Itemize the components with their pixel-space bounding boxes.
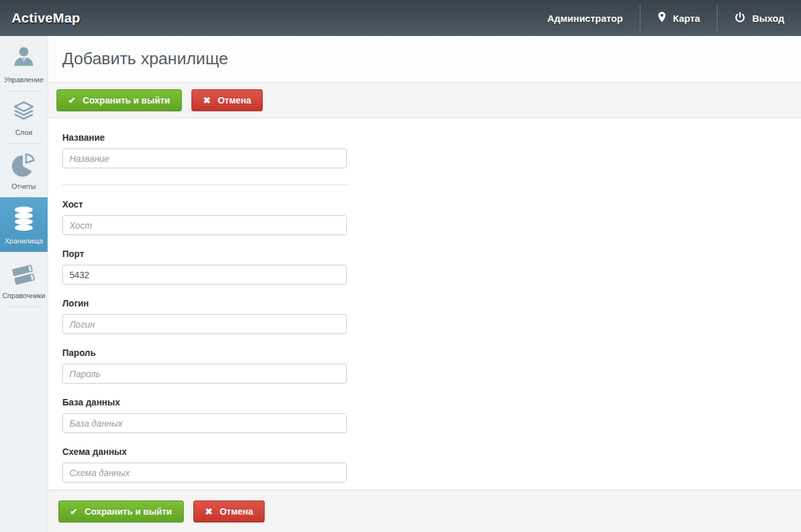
cancel-button-bottom[interactable]: ✖ Отмена bbox=[193, 501, 265, 522]
database-icon bbox=[1, 206, 46, 233]
logout-link-label: Выход bbox=[752, 13, 784, 24]
field-label: Логин bbox=[62, 298, 801, 308]
sidebar-item-label: Управление bbox=[4, 76, 43, 84]
map-pin-icon bbox=[657, 11, 667, 26]
logout-link[interactable]: Выход bbox=[717, 0, 801, 36]
x-icon: ✖ bbox=[203, 95, 211, 105]
sidebar-item-dictionaries[interactable]: Справочники bbox=[0, 252, 48, 306]
x-icon: ✖ bbox=[205, 506, 213, 517]
save-button-bottom[interactable]: ✔ Сохранить и выйти bbox=[58, 501, 184, 522]
field-group-password: Пароль bbox=[62, 348, 801, 384]
save-button-label: Сохранить и выйти bbox=[85, 506, 172, 517]
cancel-button-label: Отмена bbox=[220, 506, 253, 517]
sidebar-item-storages[interactable]: Хранилища bbox=[0, 197, 48, 252]
save-button[interactable]: ✔ Сохранить и выйти bbox=[57, 89, 182, 111]
field-group-name: Название bbox=[62, 132, 801, 168]
schema-input[interactable] bbox=[62, 463, 347, 483]
database-input[interactable] bbox=[62, 413, 347, 433]
field-label: Порт bbox=[62, 249, 801, 259]
storage-form: Название Хост Порт Логин Пароль Б bbox=[48, 118, 801, 490]
sidebar-item-label: Слои bbox=[15, 129, 33, 136]
pie-chart-icon bbox=[1, 152, 46, 178]
map-link[interactable]: Карта bbox=[640, 0, 717, 36]
field-group-login: Логин bbox=[62, 298, 801, 334]
cancel-button-label: Отмена bbox=[218, 95, 251, 105]
field-group-database: База данных bbox=[62, 397, 801, 433]
check-icon: ✔ bbox=[70, 506, 78, 517]
sidebar: Управление Слои Отчеты bbox=[0, 36, 48, 532]
field-group-schema: Схема данных bbox=[62, 447, 801, 483]
password-input[interactable] bbox=[62, 364, 347, 384]
top-toolbar: ✔ Сохранить и выйти ✖ Отмена bbox=[48, 82, 801, 118]
user-icon bbox=[1, 44, 46, 71]
cancel-button[interactable]: ✖ Отмена bbox=[191, 89, 263, 111]
field-label: Схема данных bbox=[62, 447, 801, 457]
sidebar-item-label: Отчеты bbox=[12, 182, 36, 190]
sidebar-item-layers[interactable]: Слои bbox=[0, 91, 48, 143]
field-label: Пароль bbox=[62, 348, 801, 358]
title-bar: Добавить хранилище bbox=[48, 36, 801, 82]
field-group-port: Порт bbox=[62, 249, 801, 285]
bottom-toolbar: ✔ Сохранить и выйти ✖ Отмена bbox=[48, 490, 801, 532]
app-logo: ActiveMap bbox=[12, 10, 80, 26]
host-input[interactable] bbox=[62, 215, 347, 235]
books-icon bbox=[1, 260, 46, 287]
user-menu-label: Администратор bbox=[547, 13, 623, 24]
field-label: Хост bbox=[62, 199, 801, 209]
check-icon: ✔ bbox=[68, 95, 76, 105]
top-header: ActiveMap Администратор Карта Выход bbox=[0, 0, 801, 36]
sidebar-item-management[interactable]: Управление bbox=[0, 36, 48, 91]
sidebar-item-reports[interactable]: Отчеты bbox=[0, 144, 48, 197]
name-input[interactable] bbox=[62, 148, 347, 168]
login-input[interactable] bbox=[62, 314, 347, 334]
field-label: База данных bbox=[62, 397, 801, 407]
field-group-host: Хост bbox=[62, 199, 801, 235]
port-input[interactable] bbox=[62, 265, 347, 285]
page-title: Добавить хранилище bbox=[62, 49, 801, 69]
map-link-label: Карта bbox=[673, 13, 700, 24]
form-divider bbox=[62, 184, 347, 185]
power-icon bbox=[734, 12, 746, 25]
page-layout: Управление Слои Отчеты bbox=[0, 36, 801, 532]
header-nav: Администратор Карта Выход bbox=[531, 0, 801, 36]
field-label: Название bbox=[62, 132, 801, 143]
layers-icon bbox=[1, 100, 46, 124]
save-button-label: Сохранить и выйти bbox=[83, 95, 170, 105]
main-content: Добавить хранилище ✔ Сохранить и выйти ✖… bbox=[48, 36, 801, 532]
user-menu[interactable]: Администратор bbox=[531, 0, 640, 36]
sidebar-divider bbox=[5, 306, 42, 307]
sidebar-item-label: Справочники bbox=[3, 292, 46, 299]
sidebar-item-label: Хранилища bbox=[4, 237, 43, 245]
